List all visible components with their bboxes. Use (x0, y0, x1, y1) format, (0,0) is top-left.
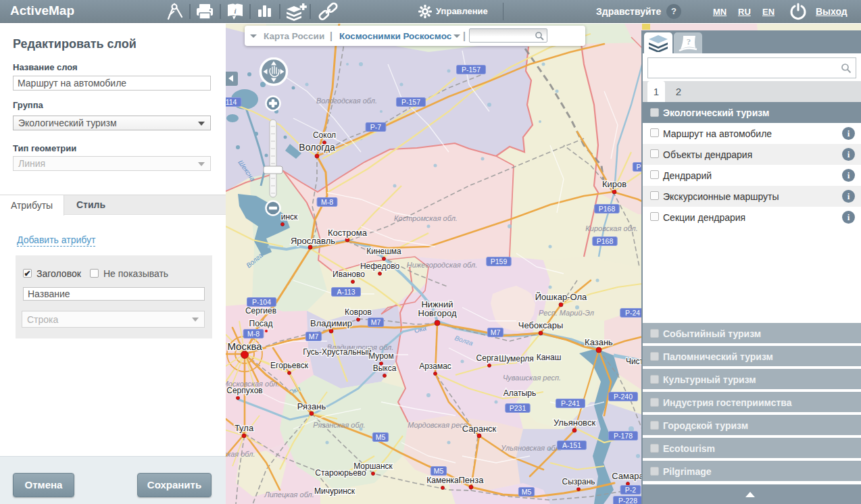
svg-text:Владимир: Владимир (310, 318, 352, 328)
svg-text:льская обл.: льская обл. (226, 450, 255, 458)
svg-text:Чебоксары: Чебоксары (518, 320, 564, 330)
svg-text:Сызрань: Сызрань (562, 477, 595, 486)
svg-text:P-157: P-157 (401, 98, 420, 106)
svg-text:Арзамас: Арзамас (419, 361, 451, 371)
svg-text:М7: М7 (491, 328, 501, 336)
svg-text:М7: М7 (371, 318, 381, 326)
svg-text:М5: М5 (522, 488, 532, 496)
svg-text:Саранск: Саранск (462, 424, 497, 434)
svg-text:М-8: М-8 (247, 330, 260, 338)
svg-text:Ульяновск: Ульяновск (554, 418, 595, 428)
svg-text:Киров: Киров (602, 179, 626, 189)
svg-text:Ульяновская обл.: Ульяновская обл. (500, 444, 561, 452)
svg-text:Сокол: Сокол (313, 130, 336, 140)
svg-text:Сергиев: Сергиев (245, 306, 276, 316)
svg-text:Тула: Тула (235, 423, 254, 433)
svg-text:Рязанская обл.: Рязанская обл. (313, 421, 365, 429)
svg-text:М7: М7 (309, 332, 319, 341)
svg-text:Пенза: Пенза (459, 475, 485, 485)
svg-text:Мичуринск: Мичуринск (314, 486, 355, 496)
svg-text:Казань: Казань (585, 337, 613, 347)
svg-text:Староюрьево: Староюрьево (315, 468, 366, 478)
svg-text:Респ. Марий-Эл: Респ. Марий-Эл (539, 309, 594, 317)
svg-text:P-178: P-178 (614, 432, 633, 440)
svg-text:Посад: Посад (249, 319, 273, 328)
svg-text:Мордовская респ.: Мордовская респ. (408, 421, 470, 429)
svg-text:Самара: Самара (612, 471, 644, 481)
svg-text:P-157: P-157 (462, 66, 481, 74)
svg-text:114: 114 (226, 98, 237, 106)
svg-text:P-2: P-2 (625, 486, 637, 494)
svg-text:Москва: Москва (227, 341, 262, 352)
svg-text:P-7: P-7 (370, 123, 382, 131)
svg-text:М5: М5 (434, 467, 444, 475)
svg-text:P-241: P-241 (561, 399, 580, 407)
svg-text:Кировская обл.: Кировская обл. (585, 224, 637, 232)
svg-text:?: ? (687, 36, 691, 47)
svg-text:P-228: P-228 (618, 497, 637, 504)
svg-text:Выкса: Выкса (373, 363, 397, 373)
svg-text:Новгород: Новгород (418, 308, 457, 318)
svg-text:Костромская обл.: Костромская обл. (394, 214, 458, 222)
svg-text:Кинешма: Кинешма (366, 247, 401, 256)
svg-text:А-113: А-113 (337, 288, 355, 296)
svg-text:Егорьевск: Егорьевск (270, 361, 309, 370)
svg-text:Канаш: Канаш (537, 353, 562, 362)
svg-text:P-24: P-24 (625, 309, 640, 317)
svg-text:Ковров: Ковров (345, 307, 372, 317)
svg-text:Йошкар-Ола: Йошкар-Ола (535, 292, 587, 302)
svg-text:Серпухов: Серпухов (226, 386, 262, 395)
svg-text:P159: P159 (491, 257, 508, 266)
svg-text:Муром: Муром (368, 351, 394, 361)
svg-text:Каменка: Каменка (426, 476, 459, 485)
svg-text:М5: М5 (376, 433, 386, 441)
svg-text:P231: P231 (510, 404, 526, 412)
svg-text:Чувашская респ.: Чувашская респ. (503, 374, 561, 382)
svg-text:P-240: P-240 (614, 393, 633, 401)
svg-text:Гусь-Хрустальный: Гусь-Хрустальный (303, 347, 371, 357)
svg-text:Нижегородская обл.: Нижегородская обл. (407, 261, 478, 269)
svg-text:Нефедово: Нефедово (360, 261, 400, 271)
svg-text:Иваново: Иваново (333, 270, 365, 279)
svg-text:Липецкая обл.: Липецкая обл. (264, 490, 314, 499)
svg-text:Вологодская обл.: Вологодская обл. (316, 97, 377, 105)
svg-text:М-8: М-8 (321, 198, 333, 206)
svg-text:P168: P168 (597, 237, 614, 245)
svg-text:А-151: А-151 (562, 441, 581, 449)
svg-text:Шумерля: Шумерля (499, 354, 534, 363)
svg-text:Рязань: Рязань (297, 401, 326, 411)
svg-text:P168: P168 (599, 205, 616, 213)
svg-text:P-104: P-104 (252, 298, 271, 306)
svg-text:Алатырь: Алатырь (503, 388, 536, 398)
